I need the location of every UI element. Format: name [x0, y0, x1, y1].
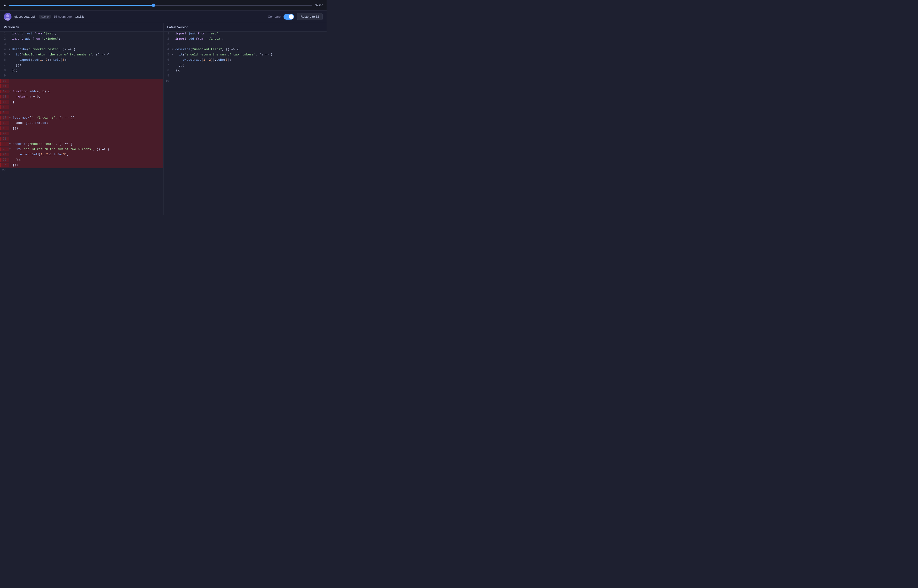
table-row: 7 });	[0, 63, 163, 68]
avatar	[4, 13, 11, 21]
table-row: 24 expect(add(1, 2)).toBe(3);	[0, 152, 163, 158]
table-row: 18 add: jest.fn(add)	[0, 121, 163, 126]
table-row: 7 });	[163, 63, 327, 68]
version-count: 32/67	[315, 3, 323, 7]
play-icon[interactable]: ▶	[4, 3, 6, 7]
left-panel-title: Version 32	[4, 25, 19, 29]
table-row: 20	[0, 131, 163, 137]
right-panel-header: Latest Version	[163, 23, 327, 32]
restore-button[interactable]: Restore to 32	[297, 13, 323, 20]
scrubber-bar: ▶ 32/67	[0, 0, 326, 11]
author-file: test3.js	[74, 15, 84, 18]
table-row: 8 });	[0, 68, 163, 74]
author-bar: giuseppeatreplit Author 15 hours ago tes…	[0, 11, 326, 23]
right-panel-title: Latest Version	[167, 25, 189, 29]
table-row: 2 import add from './index';	[163, 37, 327, 42]
table-row: 16	[0, 110, 163, 116]
compare-toggle[interactable]	[283, 14, 294, 19]
table-row: 23 ▼ it(`should return the sum of two nu…	[0, 147, 163, 152]
table-row: 10	[0, 79, 163, 84]
table-row: 4 ▼ describe("unmocked tests", () => {	[0, 47, 163, 53]
scrubber-fill	[9, 5, 153, 6]
table-row: 6 expect(add(1, 2)).toBe(3);	[0, 58, 163, 63]
table-row: 19 }));	[0, 126, 163, 131]
table-row: 11	[0, 84, 163, 89]
table-row: 10	[163, 79, 327, 84]
table-row: 1 import jest from 'jest';	[163, 32, 327, 37]
table-row: 9	[163, 74, 327, 79]
table-row: 6 expect(add(1, 2)).toBe(3);	[163, 58, 327, 63]
table-row: 5 ▼ it(`should return the sum of two num…	[163, 53, 327, 58]
author-username: giuseppeatreplit	[15, 15, 36, 18]
table-row: 14 }	[0, 100, 163, 105]
compare-label: Compare	[268, 15, 280, 18]
table-row: 2 import add from './index';	[0, 37, 163, 42]
table-row: 3	[163, 42, 327, 47]
svg-point-1	[6, 15, 9, 17]
table-row: 15	[0, 105, 163, 110]
toggle-knob	[289, 15, 294, 19]
table-row: 12 ▼ function add(a, b) {	[0, 89, 163, 95]
table-row: 3	[0, 42, 163, 47]
table-row: 9	[0, 74, 163, 79]
scrubber-track[interactable]	[9, 5, 312, 6]
table-row: 21	[0, 137, 163, 142]
table-row: 4 ▼ describe("unmocked tests", () => {	[163, 47, 327, 53]
left-code-area[interactable]: 1 import jest from 'jest'; 2 import add …	[0, 32, 163, 215]
left-panel-header: Version 32	[0, 23, 163, 32]
code-panels: Version 32 1 import jest from 'jest'; 2 …	[0, 23, 326, 215]
right-code-area[interactable]: 1 import jest from 'jest'; 2 import add …	[163, 32, 327, 215]
author-time: 15 hours ago	[53, 15, 72, 18]
table-row: 8 });	[163, 68, 327, 74]
table-row: 17 ▼ jest.mock('../index.js', () => ({	[0, 116, 163, 121]
table-row: 22 ▼ describe("mocked tests", () => {	[0, 142, 163, 147]
table-row: 26 });	[0, 163, 163, 168]
right-panel: Latest Version 1 import jest from 'jest'…	[163, 23, 327, 215]
table-row: 5 ▼ it(`should return the sum of two num…	[0, 53, 163, 58]
left-panel: Version 32 1 import jest from 'jest'; 2 …	[0, 23, 163, 215]
table-row: 1 import jest from 'jest';	[0, 32, 163, 37]
avatar-image	[4, 13, 11, 21]
table-row: 13 return a + b;	[0, 95, 163, 100]
author-badge: Author	[39, 15, 51, 19]
table-row: 25 });	[0, 158, 163, 163]
table-row: 27	[0, 168, 163, 173]
scrubber-thumb	[152, 3, 155, 7]
